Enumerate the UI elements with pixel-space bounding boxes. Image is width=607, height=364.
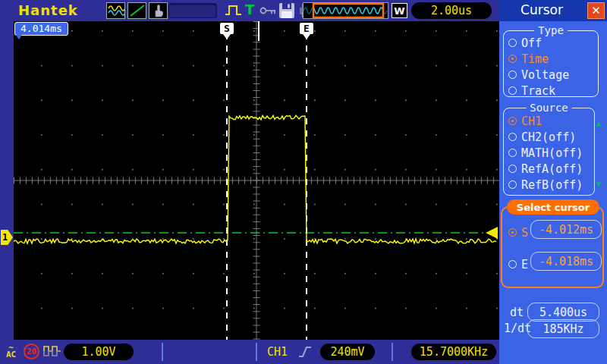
- trigger-T-button[interactable]: T: [245, 2, 254, 17]
- trigger-slope-indicator: [297, 344, 314, 362]
- source-group: Source CH1 CH2(off) MATH(off) RefA(off): [503, 108, 595, 196]
- radio-icon: [508, 165, 517, 173]
- dt-label: dt: [510, 306, 524, 319]
- hand-drag-icon: [150, 4, 167, 17]
- option-label: CH1: [521, 115, 542, 128]
- source-option-refa[interactable]: RefA(off): [504, 161, 594, 177]
- zoom-window-preview[interactable]: [303, 2, 388, 19]
- line-style-button[interactable]: [127, 2, 146, 19]
- select-cursor-button[interactable]: Select cursor: [507, 199, 599, 215]
- cursor-menu-panel: Cursor ✕ Type Off Time Voltage: [499, 0, 607, 364]
- radio-selected-icon: [508, 55, 517, 63]
- source-option-math[interactable]: MATH(off): [504, 145, 594, 161]
- source-option-refb[interactable]: RefB(off): [504, 177, 594, 193]
- window-mode-button[interactable]: W: [392, 3, 407, 18]
- radio-icon: [508, 39, 517, 47]
- radio-icon: [508, 133, 517, 141]
- status-bar: ~ AC 20 1.00V CH1 240mV 15.7000KHz: [0, 340, 499, 364]
- radio-selected-icon: [508, 228, 517, 237]
- option-label: MATH(off): [521, 146, 583, 160]
- cursor-e-option[interactable]: E: [504, 256, 528, 272]
- select-cursor-group: Select cursor S -4.012ms E -4.018ms: [501, 206, 604, 288]
- panel-title: Cursor: [499, 2, 584, 17]
- trigger-level-readout[interactable]: 240mV: [320, 344, 375, 360]
- channel-waves-icon: [108, 4, 124, 17]
- radio-icon: [508, 86, 517, 95]
- type-option-voltage[interactable]: Voltage: [504, 67, 598, 83]
- coupling-label: AC: [6, 350, 16, 359]
- option-label: E: [521, 258, 528, 271]
- type-option-track[interactable]: Track: [504, 83, 598, 99]
- horizontal-delay-marker[interactable]: 4.014ms: [14, 22, 68, 36]
- statusbar-divider: [256, 343, 257, 361]
- trigger-source-label: CH1: [267, 345, 288, 359]
- volts-per-div-readout[interactable]: 1.00V: [64, 344, 134, 360]
- inv-dt-value: 185KHz: [527, 319, 599, 338]
- bandwidth-limit-badge: 20: [24, 344, 39, 359]
- option-label: Time: [521, 52, 549, 66]
- cursor-s-option[interactable]: S: [504, 224, 528, 240]
- radio-icon: [508, 149, 517, 157]
- option-label: Track: [521, 84, 555, 98]
- scope-graticule: S E: [14, 21, 499, 340]
- statusbar-divider: [392, 343, 393, 361]
- key-lock-icon: [259, 5, 278, 17]
- radio-icon: [508, 260, 517, 268]
- close-icon[interactable]: ✕: [587, 2, 605, 19]
- waveform-display: S E: [14, 21, 499, 340]
- acquire-pulse-icon: [225, 3, 243, 18]
- option-label: S: [521, 226, 528, 240]
- type-group: Type Off Time Voltage Track: [503, 30, 599, 97]
- brand-logo: Hantek: [18, 2, 78, 18]
- key-lock-button[interactable]: [259, 2, 278, 19]
- cursor-s-value: -4.012ms: [530, 220, 602, 239]
- cursor-s-label: S: [224, 23, 230, 34]
- hand-drag-button[interactable]: [149, 2, 168, 19]
- panel-title-bar: Cursor ✕: [499, 0, 607, 21]
- invert-indicator: [43, 344, 61, 362]
- radio-icon: [508, 71, 517, 79]
- cursor-e-label: E: [304, 23, 310, 34]
- timebase-readout[interactable]: 2.00us: [411, 2, 492, 19]
- source-option-ch1[interactable]: CH1: [504, 113, 594, 129]
- option-label: RefA(off): [521, 162, 583, 176]
- statusbar-divider: [162, 343, 163, 361]
- save-button[interactable]: [278, 2, 296, 19]
- line-style-icon: [129, 4, 146, 17]
- type-option-time[interactable]: Time: [504, 51, 598, 67]
- source-option-ch2[interactable]: CH2(off): [504, 129, 594, 145]
- source-group-title: Source: [526, 102, 572, 114]
- radio-icon: [508, 180, 517, 189]
- coupling-indicator: ~ AC: [6, 344, 16, 358]
- square-wave-icon: [43, 344, 61, 359]
- save-floppy-icon: [278, 2, 295, 19]
- acquire-pulse-button[interactable]: [225, 2, 243, 19]
- frequency-readout[interactable]: 15.7000KHz: [411, 344, 496, 360]
- cursor-e-value: -4.018ms: [530, 252, 602, 271]
- zoom-window-wave-icon: [304, 3, 388, 18]
- channel-waves-button[interactable]: [106, 2, 125, 19]
- channel-1-ground-marker[interactable]: 1: [1, 230, 13, 245]
- radio-selected-icon: [508, 117, 517, 125]
- option-label: Voltage: [521, 68, 569, 82]
- type-option-off[interactable]: Off: [504, 35, 598, 51]
- option-label: Off: [521, 36, 542, 50]
- oscilloscope-screen: Hantek T: [0, 0, 607, 364]
- scroll-down-icon[interactable]: ▼: [596, 180, 605, 188]
- scroll-up-icon[interactable]: ▲: [596, 120, 605, 127]
- type-group-title: Type: [534, 24, 568, 36]
- option-label: CH2(off): [521, 130, 576, 144]
- option-label: RefB(off): [521, 178, 583, 192]
- rising-edge-icon: [297, 344, 314, 359]
- top-toolbar: Hantek T: [0, 0, 499, 21]
- toolbar-empty-field[interactable]: [168, 3, 217, 18]
